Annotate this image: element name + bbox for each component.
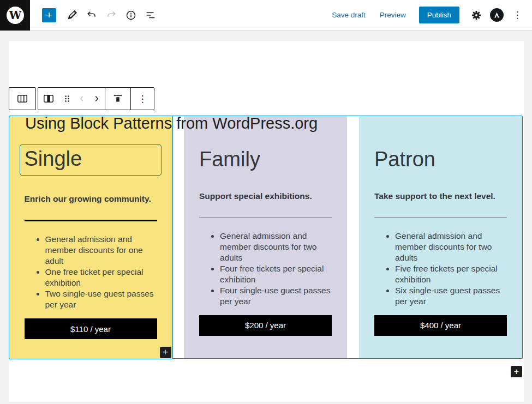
feature-item[interactable]: General admission and member discounts f…: [395, 231, 507, 263]
pricing-column-family[interactable]: Family Support special exhibitions. Gene…: [184, 116, 347, 358]
plus-icon: +: [514, 367, 519, 376]
options-menu-button[interactable]: ⋮: [509, 6, 525, 25]
info-icon: [125, 9, 137, 21]
block-appender-button[interactable]: +: [160, 347, 171, 358]
list-view-button[interactable]: [142, 6, 159, 25]
block-inserter-button[interactable]: +: [42, 8, 56, 22]
plus-icon: +: [163, 348, 168, 357]
document-appender-button[interactable]: +: [511, 366, 522, 377]
feature-item[interactable]: Five free tickets per special exhibition: [395, 263, 507, 285]
editor-tools: +: [42, 6, 159, 25]
plus-icon: +: [46, 10, 52, 20]
move-left-button: [75, 88, 88, 110]
feature-item[interactable]: Four single-use guest passes per year: [220, 285, 332, 307]
document-surface[interactable]: Using Block Patterns from WordPress.org: [9, 41, 524, 402]
save-draft-button[interactable]: Save draft: [327, 8, 370, 22]
block-options-button[interactable]: ⋮: [131, 88, 154, 110]
price-button[interactable]: $200 / year: [199, 315, 332, 336]
feature-item[interactable]: Six single-use guest passes per year: [395, 285, 507, 307]
undo-button[interactable]: [83, 6, 100, 25]
feature-list[interactable]: General admission and member discounts f…: [25, 234, 157, 310]
redo-button: [103, 6, 119, 25]
preview-button[interactable]: Preview: [375, 8, 410, 22]
post-title[interactable]: Using Block Patterns from WordPress.org: [25, 113, 318, 134]
plan-heading[interactable]: Patron: [374, 147, 507, 173]
wordpress-w-icon: W: [5, 5, 26, 26]
feature-item[interactable]: General admission and member discounts f…: [45, 234, 157, 267]
kebab-icon: ⋮: [513, 9, 522, 21]
column-icon: [42, 92, 55, 105]
feature-item[interactable]: One free ticket per special exhibition: [45, 267, 157, 288]
feature-item[interactable]: General admission and member discounts f…: [220, 231, 332, 263]
tools-button[interactable]: [64, 6, 80, 25]
column-block-type-button[interactable]: [38, 88, 59, 110]
vertical-align-button[interactable]: [105, 88, 130, 110]
pencil-icon: [66, 9, 78, 21]
topbar-actions: Save draft Preview Publish ⋮: [327, 6, 532, 25]
kebab-icon: ⋮: [138, 93, 147, 105]
plan-separator: [199, 217, 332, 218]
wordpress-logo[interactable]: W: [0, 0, 30, 31]
chevron-right-icon: [91, 93, 102, 104]
editor-canvas: Using Block Patterns from WordPress.org: [0, 31, 532, 404]
block-controls-box: ⋮: [38, 87, 154, 110]
pricing-column-patron[interactable]: Patron Take support to the next level. G…: [359, 116, 522, 358]
feature-item[interactable]: Two single-use guest passes per year: [45, 288, 157, 310]
details-button[interactable]: [123, 6, 139, 25]
editor-topbar: W +: [0, 0, 532, 31]
feature-item[interactable]: Four free tickets per special exhibition: [220, 263, 332, 285]
plugin-button[interactable]: [490, 8, 504, 22]
columns-icon: [16, 92, 29, 105]
move-right-button[interactable]: [88, 88, 105, 110]
plan-tagline[interactable]: Take support to the next level.: [374, 191, 507, 201]
parent-selector-box: [9, 87, 36, 110]
undo-icon: [86, 9, 98, 21]
plan-separator: [25, 220, 157, 221]
columns-block[interactable]: Single Enrich our growing community. Gen…: [9, 116, 523, 359]
feature-list[interactable]: General admission and member discounts f…: [374, 231, 507, 307]
svg-text:W: W: [8, 9, 21, 22]
plan-separator: [374, 217, 507, 218]
plan-heading[interactable]: Family: [199, 147, 332, 173]
pricing-column-single[interactable]: Single Enrich our growing community. Gen…: [9, 116, 173, 359]
drag-handle-icon: [62, 93, 73, 104]
plan-tagline[interactable]: Support special exhibitions.: [199, 191, 332, 201]
settings-button[interactable]: [468, 6, 485, 25]
drag-handle[interactable]: [59, 88, 75, 110]
redo-icon: [105, 9, 117, 21]
price-button[interactable]: $400 / year: [374, 315, 507, 336]
align-top-icon: [112, 93, 124, 105]
plugin-a-icon: [493, 11, 501, 19]
block-toolbar: ⋮: [9, 87, 154, 110]
plan-tagline[interactable]: Enrich our growing community.: [25, 194, 157, 204]
publish-button[interactable]: Publish: [419, 7, 459, 23]
chevron-left-icon: [76, 93, 87, 104]
feature-list[interactable]: General admission and member discounts f…: [199, 231, 332, 307]
plan-heading[interactable]: Single: [20, 144, 162, 176]
list-view-icon: [145, 9, 157, 21]
price-button[interactable]: $110 / year: [25, 318, 157, 339]
gear-icon: [470, 9, 482, 21]
select-parent-columns-button[interactable]: [9, 88, 35, 110]
